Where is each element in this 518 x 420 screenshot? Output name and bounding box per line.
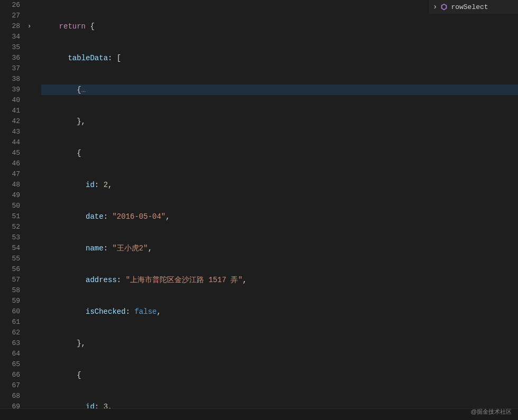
line-number: 61 <box>0 317 20 328</box>
line-number: 65 <box>0 359 20 370</box>
outline-panel[interactable]: › rowSelect <box>428 0 518 14</box>
line-number: 26 <box>0 0 20 11</box>
watermark: @掘金技术社区 <box>471 408 512 416</box>
line-number: 53 <box>0 232 20 243</box>
code-line: isChecked: false, <box>41 306 518 317</box>
line-number: 48 <box>0 180 20 190</box>
line-number: 58 <box>0 285 20 296</box>
line-number: 44 <box>0 137 20 148</box>
line-number: 43 <box>0 127 20 137</box>
fold-column: › <box>26 0 37 420</box>
line-number-gutter: 26 27 28 34 35 36 37 38 39 40 41 42 43 4… <box>0 0 26 420</box>
line-number: 35 <box>0 42 20 53</box>
line-number: 57 <box>0 275 20 285</box>
code-line: { <box>41 370 518 380</box>
code-line: address: "上海市普陀区金沙江路 1517 弄", <box>41 275 518 285</box>
line-number: 37 <box>0 63 20 74</box>
line-number: 40 <box>0 95 20 106</box>
line-number: 64 <box>0 349 20 359</box>
line-number: 39 <box>0 85 20 95</box>
method-icon <box>440 3 448 11</box>
line-number: 28 <box>0 21 20 32</box>
line-number: 45 <box>0 148 20 158</box>
line-number: 66 <box>0 370 20 380</box>
line-number: 47 <box>0 169 20 180</box>
line-number: 42 <box>0 116 20 127</box>
line-number: 59 <box>0 296 20 306</box>
line-number: 62 <box>0 328 20 338</box>
code-line: }, <box>41 116 518 127</box>
code-line-folded[interactable]: {… <box>41 85 518 95</box>
line-number: 49 <box>0 190 20 201</box>
chevron-right-icon[interactable]: › <box>433 3 437 11</box>
code-line: id: 2, <box>41 180 518 190</box>
line-number: 68 <box>0 391 20 402</box>
editor-container: 26 27 28 34 35 36 37 38 39 40 41 42 43 4… <box>0 0 518 420</box>
line-number: 56 <box>0 264 20 275</box>
line-number: 38 <box>0 74 20 85</box>
line-number: 41 <box>0 106 20 116</box>
bottom-bar <box>0 408 518 420</box>
line-number: 67 <box>0 380 20 391</box>
code-line: return { <box>41 21 518 32</box>
line-number: 34 <box>0 32 20 42</box>
outline-label: rowSelect <box>451 3 488 11</box>
line-number: 54 <box>0 243 20 254</box>
line-number: 52 <box>0 222 20 232</box>
code-line: date: "2016-05-04", <box>41 211 518 222</box>
line-number: 36 <box>0 53 20 63</box>
code-line: tableData: [ <box>41 53 518 63</box>
line-number: 55 <box>0 254 20 264</box>
line-number: 63 <box>0 338 20 349</box>
line-number: 27 <box>0 11 20 21</box>
line-number: 60 <box>0 306 20 317</box>
line-number: 51 <box>0 211 20 222</box>
code-area[interactable]: return { tableData: [ {… }, { id: 2, dat… <box>37 0 518 420</box>
code-line: name: "王小虎2", <box>41 243 518 254</box>
chevron-right-icon[interactable]: › <box>27 21 31 32</box>
code-line: }, <box>41 338 518 349</box>
code-line: { <box>41 148 518 158</box>
line-number: 50 <box>0 201 20 211</box>
line-number: 46 <box>0 158 20 169</box>
